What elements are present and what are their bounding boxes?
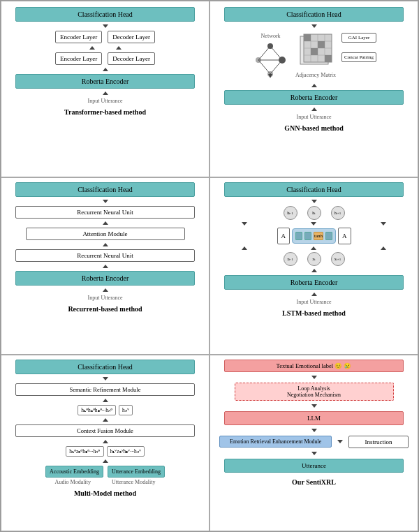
gnn-classification-head: Classification Head	[224, 7, 404, 22]
recurrent-rnn1: Recurrent Neural Unit	[15, 206, 195, 219]
lstm-label: LSTM-based method	[282, 309, 346, 317]
rec-arrow4	[103, 265, 108, 268]
encoder-decoder-row1: Encoder Layer Decoder Layer	[55, 31, 155, 43]
decoder-layer2: Decoder Layer	[108, 52, 155, 65]
gnn-label: GNN-based method	[284, 124, 344, 132]
gnn-input: Input Utterance	[297, 114, 332, 120]
x-curr-node: xt	[307, 252, 321, 266]
sentixrl-instruction: Instruction	[348, 436, 409, 448]
gai-side: GAI Layer Concat Pairing	[341, 33, 376, 62]
mm-utterance-label: Utterance Modality	[112, 479, 155, 485]
rec-arrow5	[103, 288, 108, 292]
lstm-h-arrow2	[311, 222, 316, 226]
gnn-arrow1	[311, 24, 317, 28]
svg-line-4	[258, 46, 270, 60]
encoder-layer1: Encoder Layer	[55, 31, 102, 43]
recurrent-rnn2: Recurrent Neural Unit	[15, 249, 195, 262]
mm-semantic: Semantic Refinement Module	[15, 383, 195, 396]
gnn-cell: Classification Head Network	[210, 1, 418, 177]
transformer-input: Input Utterance	[88, 98, 123, 104]
sxrl-arrow4	[311, 452, 317, 455]
encoder-layer2: Encoder Layer	[55, 52, 102, 65]
lstm-h-arrow1	[242, 222, 247, 226]
mm-h-row1: h₁ᵃh₂ᵃh₃ᵃ···hₙᵃ	[78, 405, 116, 415]
x-next-node: xt+1	[331, 252, 345, 266]
mm-arrow5	[103, 459, 108, 463]
multimodel-cell: Classification Head Semantic Refinement …	[1, 355, 210, 531]
arrow-roberta1	[103, 68, 108, 71]
mm-arrow3	[103, 418, 108, 422]
mm-classification-head: Classification Head	[15, 360, 195, 374]
mm-h-row3: h₁ᵃz₂ᵃh₃ᵃ···hₙᵃ	[66, 446, 103, 457]
svg-line-6	[258, 60, 270, 74]
mm-label: Multi-Model method	[74, 489, 136, 497]
svg-rect-19	[318, 41, 325, 48]
recurrent-attention: Attention Module	[26, 228, 185, 240]
network-label: Network	[261, 33, 281, 39]
arrow1	[103, 24, 108, 28]
svg-line-7	[270, 60, 282, 74]
sxrl-side-arrow	[337, 440, 343, 443]
gnn-roberta: Roberta Encoder	[224, 90, 404, 105]
loop-analysis-label: Loop Analysis	[241, 385, 388, 392]
lstm-roberta: Roberta Encoder	[224, 275, 404, 290]
lstm-x-arrow3	[381, 246, 386, 250]
sentixrl-loop-box: Loop Analysis Negotiation Mechanism	[235, 383, 394, 401]
mm-utterance-emb: Utterance Embedding	[108, 466, 165, 478]
x-prev-node: xt-1	[284, 252, 297, 266]
recurrent-input: Input Utterance	[88, 295, 123, 301]
encoder-decoder-row2: Encoder Layer Decoder Layer	[55, 52, 155, 65]
rec-arrow1	[103, 200, 108, 203]
lstm-arrow2	[311, 269, 317, 272]
lstm-h-arrow3	[381, 222, 386, 226]
mm-arrow1	[103, 377, 108, 380]
gnn-diagram-area: Network	[251, 33, 376, 79]
page: Classification Head Encoder Layer Decode…	[0, 0, 419, 532]
lstm-x-arrow2	[311, 246, 316, 250]
mm-audio-label: Audio Modality	[55, 479, 91, 485]
lstm-arrow1	[311, 200, 317, 203]
rec-arrow2	[103, 221, 108, 225]
sentixrl-textual-label: Textual Emotional label 😊 😢	[224, 360, 404, 372]
svg-rect-20	[311, 48, 318, 55]
sxrl-arrow1	[311, 376, 317, 379]
gai-layer: GAI Layer	[341, 33, 376, 43]
lstm-input: Input Utterance	[297, 299, 332, 305]
svg-rect-18	[304, 34, 311, 41]
mm-arrow2	[103, 399, 108, 402]
transformer-roberta: Roberta Encoder	[15, 74, 195, 89]
mm-acoustic: Accoustic Embedding	[45, 466, 103, 478]
mm-h-row2: hₙᵛ	[119, 405, 133, 415]
sxrl-arrow2	[311, 404, 317, 408]
h-prev-node: ht-1	[284, 206, 297, 220]
transformer-classification-head: Classification Head	[15, 7, 195, 22]
sentixrl-llm: LLM	[224, 411, 404, 425]
mm-arrow4	[103, 440, 108, 443]
sentixrl-emotion-retrieval: Emotion Retrieval Enhancement Module	[219, 436, 332, 448]
concat-pairing: Concat Pairing	[341, 52, 376, 62]
transformer-cell: Classification Head Encoder Layer Decode…	[1, 1, 210, 177]
transformer-label: Transformer-based method	[64, 108, 146, 116]
arrow-input1	[103, 91, 108, 95]
recurrent-classification-head: Classification Head	[15, 182, 195, 197]
lstm-arrow3	[311, 293, 317, 296]
decoder-layer1: Decoder Layer	[108, 31, 155, 43]
sxrl-arrow3	[311, 429, 317, 432]
lstm-x-arrow1	[242, 246, 247, 250]
sentixrl-label: Our SentiXRL	[292, 478, 336, 486]
network-graph-svg	[251, 40, 290, 79]
lstm-a-right: A	[338, 228, 351, 244]
h-next-node: ht+1	[331, 206, 345, 220]
adjacency-label: Adjacency Matrix	[295, 72, 336, 78]
mm-h-row4: h₁ᵛz₂ᵛh₃ᵛ···hₙᵛ	[107, 446, 145, 457]
h-curr-node: ht	[307, 206, 321, 220]
mm-context: Context Fusion Module	[15, 424, 195, 437]
adjacency-matrix-svg	[297, 33, 335, 71]
rec-arrow3	[103, 243, 108, 246]
lstm-inner-block: tanh	[292, 228, 336, 244]
sentixrl-utterance: Utterance	[224, 459, 404, 473]
lstm-a-left: A	[277, 228, 291, 244]
recurrent-roberta: Roberta Encoder	[15, 271, 195, 286]
negotiation-label: Negotiation Mechanism	[241, 392, 388, 398]
arrow-dec1	[116, 46, 122, 50]
